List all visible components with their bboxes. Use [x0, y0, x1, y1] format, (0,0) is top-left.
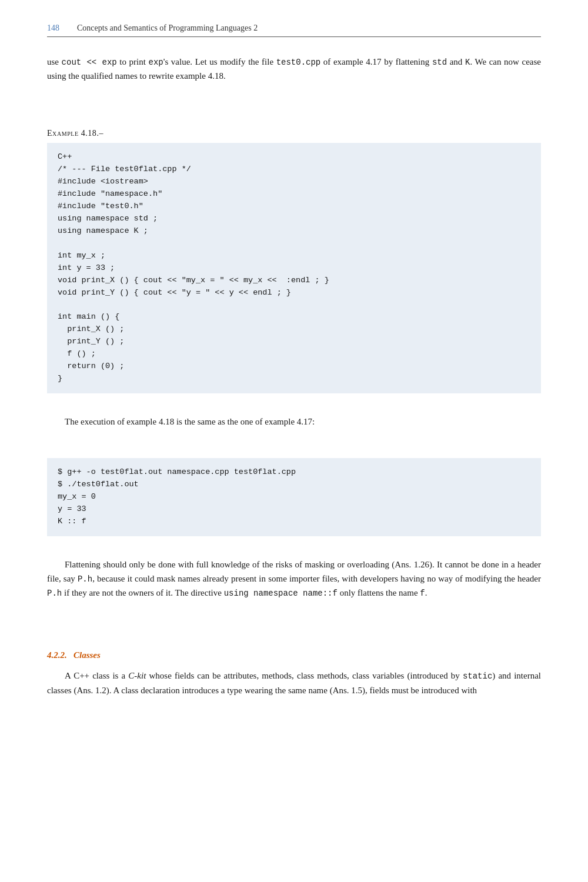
page-number: 148 [47, 24, 59, 33]
inline-code-exp: exp [149, 58, 163, 67]
spacer-3 [47, 404, 541, 415]
spacer-8 [47, 619, 541, 629]
inline-code-ph2: P.h [47, 589, 62, 598]
flattening-paragraph: Flattening should only be done with full… [47, 557, 541, 600]
inline-code-test0cpp: test0.cpp [276, 58, 321, 67]
inline-code-cout: cout << exp [62, 58, 117, 67]
inline-code-f: f [420, 589, 425, 598]
inline-code-k: K [465, 58, 470, 67]
page-header: 148 Concepts and Semantics of Programmin… [47, 24, 541, 37]
example-418-code: C++ /* --- File test0flat.cpp */ #includ… [47, 143, 541, 393]
output-code: $ g++ -o test0flat.out namespace.cpp tes… [47, 458, 541, 536]
spacer-2 [47, 102, 541, 112]
spacer-4 [47, 437, 541, 447]
page-title: Concepts and Semantics of Programming La… [77, 24, 258, 33]
example-label: Example 4.18.– [47, 129, 541, 138]
inline-code-using-directive: using namespace name::f [224, 589, 338, 598]
spacer-6 [47, 547, 541, 557]
spacer-7 [47, 608, 541, 619]
inline-code-static: static [463, 671, 492, 681]
spacer-1 [47, 91, 541, 102]
intro-paragraph: use cout << exp to print exp's value. Le… [47, 55, 541, 83]
section-number: 4.2.2. [47, 650, 67, 660]
section-paragraph: A C++ class is a C-kit whose fields can … [47, 669, 541, 697]
page: 148 Concepts and Semantics of Programmin… [0, 0, 588, 882]
spacer-5 [47, 447, 541, 458]
between-paragraph: The execution of example 4.18 is the sam… [47, 415, 541, 429]
section-title: Classes [74, 650, 101, 660]
inline-code-std: std [432, 58, 447, 67]
section-heading: 4.2.2. Classes [47, 650, 541, 660]
inline-code-ph: P.h [78, 574, 92, 584]
